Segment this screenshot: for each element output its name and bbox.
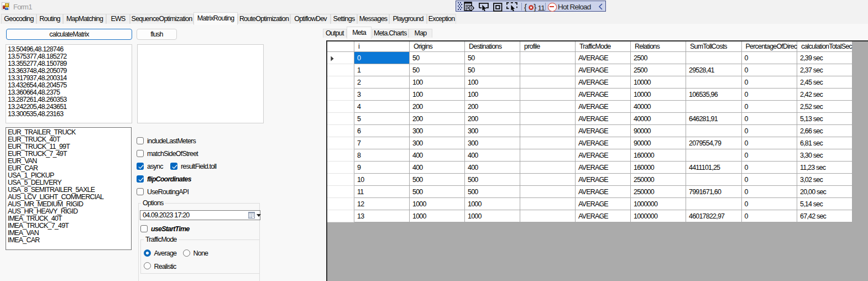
svg-text:11: 11 xyxy=(538,4,545,12)
svg-text:{: { xyxy=(524,2,527,12)
svg-text:}: } xyxy=(534,2,536,12)
